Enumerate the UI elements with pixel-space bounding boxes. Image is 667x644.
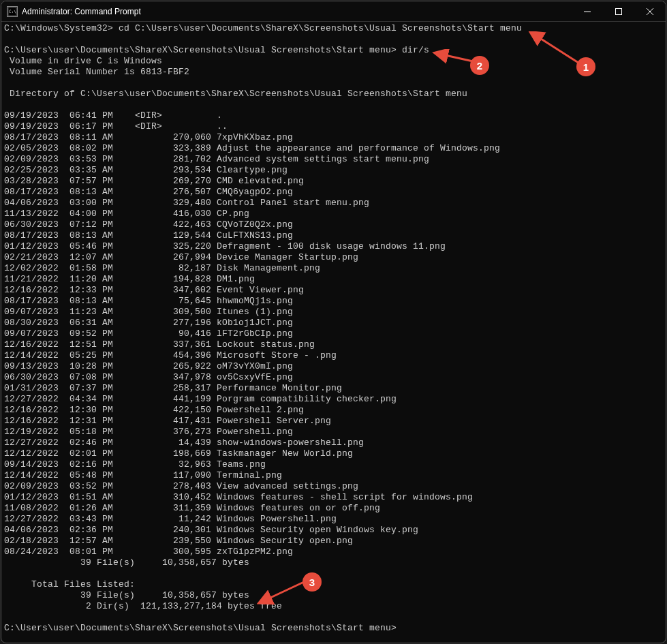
svg-line-7 xyxy=(531,33,580,64)
annotation-badge-2: 2 xyxy=(470,56,489,75)
app-icon: C:\ xyxy=(7,6,18,17)
terminal-output[interactable]: C:\Windows\System32> cd C:\Users\user\Do… xyxy=(1,22,666,635)
annotation-badge-1: 1 xyxy=(576,57,595,76)
annotation-arrow-3 xyxy=(255,579,309,607)
maximize-button[interactable] xyxy=(603,1,634,22)
command-prompt-window: C:\ Administrator: Command Prompt C:\Win… xyxy=(1,1,666,643)
titlebar-controls xyxy=(572,1,666,22)
minimize-button[interactable] xyxy=(572,1,603,22)
svg-rect-3 xyxy=(616,8,622,14)
close-button[interactable] xyxy=(634,1,666,22)
svg-line-9 xyxy=(436,53,473,61)
titlebar-left: C:\ Administrator: Command Prompt xyxy=(7,6,141,17)
svg-text:C:\: C:\ xyxy=(9,9,16,14)
titlebar[interactable]: C:\ Administrator: Command Prompt xyxy=(1,1,666,22)
svg-line-11 xyxy=(260,582,304,602)
window-title: Administrator: Command Prompt xyxy=(22,7,141,16)
annotation-badge-3: 3 xyxy=(303,572,322,592)
